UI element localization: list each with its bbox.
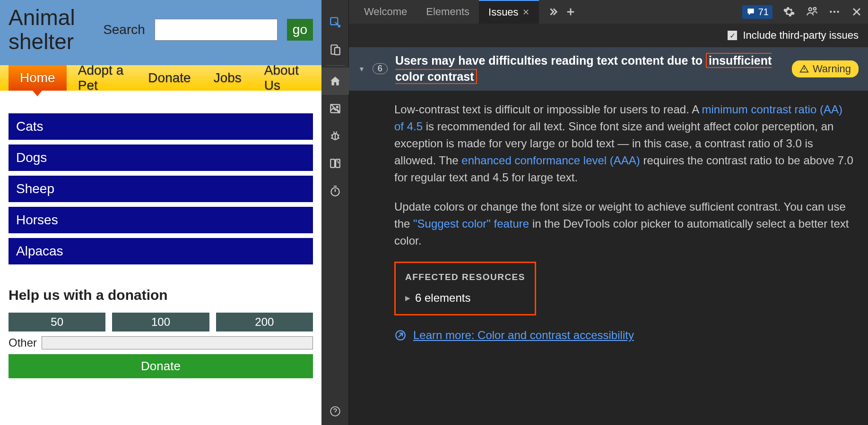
svg-point-9 [331,188,339,196]
donation-section: Help us with a donation 50 100 200 Other… [9,287,313,378]
nav-label: About Us [264,63,302,93]
image-icon[interactable] [321,95,349,122]
other-amount-input[interactable] [42,336,313,349]
svg-point-12 [814,8,816,10]
third-party-checkbox[interactable]: ✓ [728,31,737,40]
devtools-pane: Welcome Elements Issues ✕ 71 [321,0,868,425]
caret-right-icon: ▶ [405,293,410,303]
learn-more-link[interactable]: Learn more: Color and contrast accessibi… [413,327,634,344]
contrast-aaa-link[interactable]: enhanced conformance level (AAA) [461,154,640,167]
animal-list: Cats Dogs Sheep Horses Alpacas [9,113,313,264]
issue-title: Users may have difficulties reading text… [395,53,784,85]
animal-item-horses[interactable]: Horses [9,207,313,233]
suggest-color-link[interactable]: "Suggest color" feature [413,217,529,230]
issues-count: 71 [758,7,769,17]
affected-resources-box: AFFECTED RESOURCES ▶ 6 elements [394,262,536,316]
bug-icon[interactable] [321,122,349,150]
svg-point-4 [336,106,338,108]
donation-heading: Help us with a donation [9,287,313,303]
nav-label: Adopt a Pet [78,63,126,93]
search-label: Search [103,22,145,37]
feedback-icon[interactable] [806,6,818,18]
issue-body: Low-contrast text is difficult or imposs… [349,91,868,355]
animal-item-dogs[interactable]: Dogs [9,144,313,171]
animal-item-sheep[interactable]: Sheep [9,176,313,202]
svg-rect-7 [330,159,335,167]
nav-label: Home [20,70,55,85]
main-nav: Home Adopt a Pet Donate Jobs About Us [0,65,321,91]
search-go-button[interactable]: go [287,19,313,41]
learn-more-row: Learn more: Color and contrast accessibi… [394,327,855,344]
devtools-main: Welcome Elements Issues ✕ 71 [349,0,868,425]
amount-50-button[interactable]: 50 [9,313,105,332]
timer-icon[interactable] [321,177,349,204]
issues-count-badge[interactable]: 71 [742,5,773,19]
nav-home[interactable]: Home [9,65,67,91]
search-box: Search go [103,19,313,41]
tab-bar: Welcome Elements Issues ✕ 71 [349,0,868,24]
main-content: Cats Dogs Sheep Horses Alpacas Help us w… [0,91,321,425]
svg-point-15 [837,11,839,13]
issue-paragraph-2: Update colors or change the font size or… [394,198,855,249]
issue-title-text: Users may have difficulties reading text… [395,54,706,67]
separator [326,65,345,66]
animal-item-cats[interactable]: Cats [9,113,313,140]
tab-label: Elements [426,6,469,18]
svg-point-14 [833,11,835,13]
warning-badge: Warning [792,60,859,77]
tab-label: Welcome [364,6,407,18]
external-link-icon [394,329,407,341]
issue-paragraph-1: Low-contrast text is difficult or imposs… [394,101,855,186]
nav-donate[interactable]: Donate [137,65,202,91]
nav-jobs[interactable]: Jobs [202,65,253,91]
tab-issues[interactable]: Issues ✕ [479,0,539,24]
donation-amounts: 50 100 200 [9,313,313,332]
filter-label: Include third-party issues [743,29,859,42]
affected-heading: AFFECTED RESOURCES [405,271,525,284]
animal-item-alpacas[interactable]: Alpacas [9,238,313,264]
gear-icon[interactable] [783,6,795,18]
affected-count-text: 6 elements [415,289,470,306]
nav-about[interactable]: About Us [253,65,313,91]
amount-200-button[interactable]: 200 [216,313,313,332]
svg-point-13 [830,11,832,13]
source-control-icon[interactable] [321,150,349,177]
help-icon[interactable] [321,398,349,425]
site-header: Animal shelter Search go [0,0,321,65]
nav-adopt[interactable]: Adopt a Pet [67,65,137,91]
other-amount-row: Other [9,336,313,349]
amount-100-button[interactable]: 100 [112,313,209,332]
site-title: Animal shelter [9,6,103,53]
warning-label: Warning [813,63,851,75]
tab-welcome[interactable]: Welcome [355,0,417,24]
affected-elements-row[interactable]: ▶ 6 elements [405,289,525,306]
close-icon[interactable]: ✕ [522,7,529,17]
home-icon[interactable] [321,68,349,95]
issue-header[interactable]: ▼ 6 Users may have difficulties reading … [349,47,868,91]
website-pane: Animal shelter Search go Home Adopt a Pe… [0,0,321,425]
tab-label: Issues [488,6,519,18]
filter-bar: ✓ Include third-party issues [349,24,868,47]
activity-bar [321,0,349,425]
svg-rect-2 [334,48,339,55]
other-label: Other [9,336,37,349]
donate-button[interactable]: Donate [9,354,313,378]
close-devtools-icon[interactable] [851,6,862,17]
more-icon[interactable] [828,6,841,18]
more-tabs-icon[interactable] [547,7,558,17]
tab-elements[interactable]: Elements [417,0,479,24]
nav-label: Jobs [214,70,242,85]
add-tab-icon[interactable] [565,7,576,17]
inspect-icon[interactable] [321,8,349,36]
device-icon[interactable] [321,36,349,63]
search-input[interactable] [155,19,278,41]
issue-count-pill: 6 [373,63,388,74]
caret-down-icon[interactable]: ▼ [358,65,365,73]
toolbar-right: 71 [742,5,862,19]
svg-point-11 [809,8,812,10]
nav-label: Donate [148,70,191,85]
